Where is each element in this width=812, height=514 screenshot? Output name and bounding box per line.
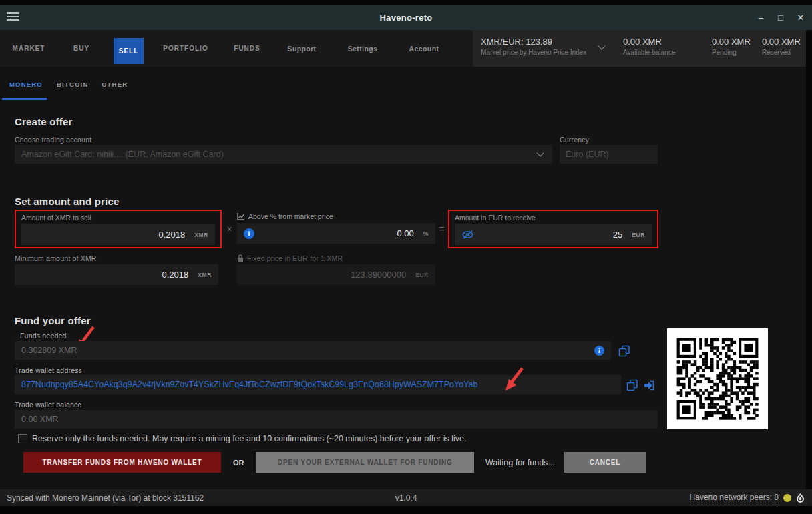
bottom-black-strip <box>0 506 812 514</box>
trade-wallet-address-field: 877Nudnpqy85A4CYoAkq3q9A2v4rjVkn9ZovT4YS… <box>15 375 621 394</box>
market-price-margin-group: Above % from market price i % <box>237 210 435 248</box>
balance-available: 0.00 XMR Available balance <box>623 37 675 56</box>
window-minimize-button[interactable]: – <box>751 5 771 30</box>
min-amount-label: Minimum amount of XMR <box>15 254 97 262</box>
pct-label: Above % from market price <box>248 212 333 220</box>
qr-code <box>667 328 768 429</box>
chevron-down-icon <box>536 149 544 156</box>
nav-item-support[interactable]: Support <box>287 30 316 67</box>
amount-unit: XMR <box>194 232 208 238</box>
amount-to-receive-label: Amount in EUR to receive <box>455 214 536 222</box>
nav-item-portfolio[interactable]: PORTFOLIO <box>163 30 208 67</box>
amount-to-receive-input[interactable] <box>474 230 622 240</box>
info-icon[interactable]: i <box>594 346 604 356</box>
funds-needed-value: 0.302809 XMR <box>21 346 594 355</box>
amount-to-receive-field[interactable]: EUR <box>455 224 652 245</box>
eye-slash-icon[interactable] <box>461 230 474 240</box>
external-wallet-button[interactable]: OPEN YOUR EXTERNAL WALLET FOR FUNDING <box>256 452 474 473</box>
statusbar: Synced with Monero Mainnet (via Tor) at … <box>0 489 812 506</box>
nav-item-funds[interactable]: FUNDS <box>234 30 260 67</box>
amount-to-sell-input[interactable] <box>28 230 185 240</box>
network-peers[interactable]: Haveno network peers: 8 <box>690 493 779 503</box>
amount-to-sell-field[interactable]: XMR <box>21 224 215 245</box>
pending-balance-label: Pending <box>712 49 751 56</box>
window-title: Haveno-reto <box>0 5 812 30</box>
nav-item-buy[interactable]: BUY <box>73 30 89 67</box>
annotation-arrow-icon <box>501 366 526 393</box>
trade-wallet-balance-label: Trade wallet balance <box>15 401 82 409</box>
pct-unit: % <box>423 230 429 237</box>
chart-icon <box>237 212 245 220</box>
window-maximize-button[interactable]: □ <box>771 5 791 30</box>
fixed-price-field: 123.89000000 EUR <box>237 264 435 285</box>
multiply-symbol: × <box>222 210 237 248</box>
chevron-down-icon[interactable] <box>598 42 605 49</box>
amount-to-sell-highlight: Amount of XMR to sell XMR <box>15 210 222 248</box>
amount-price-heading: Set amount and price <box>15 196 120 207</box>
fixed-price-unit: EUR <box>415 272 429 278</box>
lock-icon <box>237 254 244 262</box>
send-to-wallet-icon[interactable] <box>643 380 654 391</box>
top-black-strip <box>0 0 812 5</box>
tab-other[interactable]: OTHER <box>102 81 128 88</box>
info-icon[interactable]: i <box>244 228 254 239</box>
funds-needed-label: Funds needed <box>20 332 67 340</box>
balance-pending: 0.00 XMR Pending <box>712 37 751 56</box>
reserve-funds-checkbox[interactable] <box>18 434 27 443</box>
tab-bitcoin[interactable]: BITCOIN <box>57 81 88 88</box>
create-offer-heading: Create offer <box>15 116 73 127</box>
amount-to-receive-highlight: Amount in EUR to receive EUR <box>448 210 658 248</box>
receive-unit: EUR <box>632 232 645 238</box>
currency-field: Euro (EUR) <box>560 145 658 164</box>
min-amount-input[interactable] <box>21 270 188 280</box>
balance-reserved: 0.00 XMR Reserved <box>762 37 801 56</box>
waiting-for-funds-status: Waiting for funds... <box>485 452 555 473</box>
tor-onion-icon <box>796 493 805 503</box>
reserve-funds-checkbox-label: Reserve only the funds needed. May requi… <box>32 434 466 443</box>
nav-item-settings[interactable]: Settings <box>348 30 378 67</box>
transfer-funds-button[interactable]: TRANSFER FUNDS FROM HAVENO WALLET <box>23 452 221 473</box>
pct-input[interactable] <box>254 228 414 238</box>
tab-monero[interactable]: MONERO <box>9 81 43 88</box>
min-amount-field[interactable]: XMR <box>15 264 218 285</box>
main-nav: MARKET BUY SELL PORTFOLIO FUNDS Support … <box>0 30 812 67</box>
pct-label-row: Above % from market price <box>237 212 333 220</box>
scrollbar-track[interactable] <box>806 30 812 489</box>
fixed-price-label: Fixed price in EUR for 1 XMR <box>247 254 343 262</box>
amount-to-sell-label: Amount of XMR to sell <box>21 214 91 222</box>
pending-balance-value: 0.00 XMR <box>712 37 751 47</box>
reserved-balance-label: Reserved <box>762 49 801 56</box>
window-close-button[interactable]: ✕ <box>791 5 811 30</box>
price-ticker: XMR/EUR: 123.89 Market price by Haveno P… <box>473 30 806 67</box>
cancel-button[interactable]: CANCEL <box>564 452 646 473</box>
min-amount-unit: XMR <box>198 272 212 278</box>
trading-account-dropdown[interactable]: Amazon eGift Card: nihili.... (EUR, Amaz… <box>15 145 552 164</box>
trading-account-label: Choose trading account <box>15 136 91 144</box>
reserved-balance-value: 0.00 XMR <box>762 37 801 47</box>
nav-item-sell[interactable]: SELL <box>114 38 144 64</box>
fixed-price-value: 123.89000000 <box>244 270 406 280</box>
trade-wallet-balance-field: 0.00 XMR <box>15 410 658 429</box>
currency-value: Euro (EUR) <box>566 150 609 159</box>
nav-item-market[interactable]: MARKET <box>13 30 45 67</box>
app-window: Haveno-reto – □ ✕ MARKET BUY SELL PORTFO… <box>0 0 812 514</box>
available-balance-value: 0.00 XMR <box>623 37 675 47</box>
market-price-selector[interactable]: XMR/EUR: 123.89 Market price by Haveno P… <box>481 37 586 56</box>
or-label: OR <box>233 452 244 473</box>
trading-account-value: Amazon eGift Card: nihili.... (EUR, Amaz… <box>21 150 538 159</box>
copy-icon[interactable] <box>618 345 630 357</box>
market-tabs: MONERO BITCOIN OTHER <box>0 67 806 101</box>
equals-symbol: = <box>435 210 448 248</box>
fixed-price-label-row: Fixed price in EUR for 1 XMR <box>237 254 343 262</box>
trade-wallet-address-value[interactable]: 877Nudnpqy85A4CYoAkq3q9A2v4rjVkn9ZovT4YS… <box>21 380 477 389</box>
copy-icon[interactable] <box>626 379 638 391</box>
trade-wallet-address-label: Trade wallet address <box>15 366 82 374</box>
currency-label: Currency <box>560 136 589 144</box>
pair-price-source: Market price by Haveno Price Index <box>481 49 586 56</box>
nav-item-account[interactable]: Account <box>409 30 439 67</box>
available-balance-label: Available balance <box>623 49 675 56</box>
peer-status-dot-icon <box>783 494 791 502</box>
titlebar: Haveno-reto – □ ✕ <box>0 5 812 30</box>
pct-field[interactable]: i % <box>237 223 435 244</box>
active-tab-underline <box>2 98 47 100</box>
